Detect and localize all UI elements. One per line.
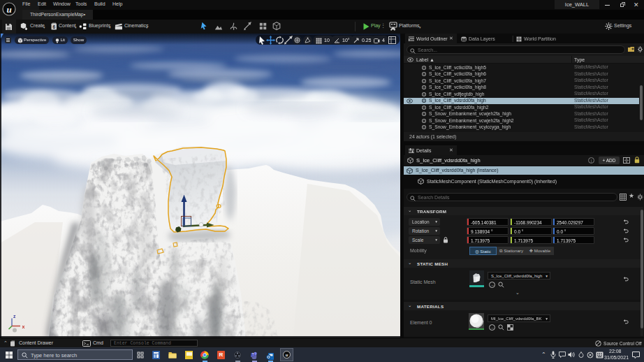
svg-text:6: 6 — [52, 24, 55, 29]
svg-text:z: z — [13, 314, 16, 319]
svg-text:u: u — [6, 4, 11, 15]
svg-text:T: T — [252, 353, 254, 356]
svg-text:u: u — [286, 352, 288, 357]
svg-text:x: x — [22, 324, 25, 329]
